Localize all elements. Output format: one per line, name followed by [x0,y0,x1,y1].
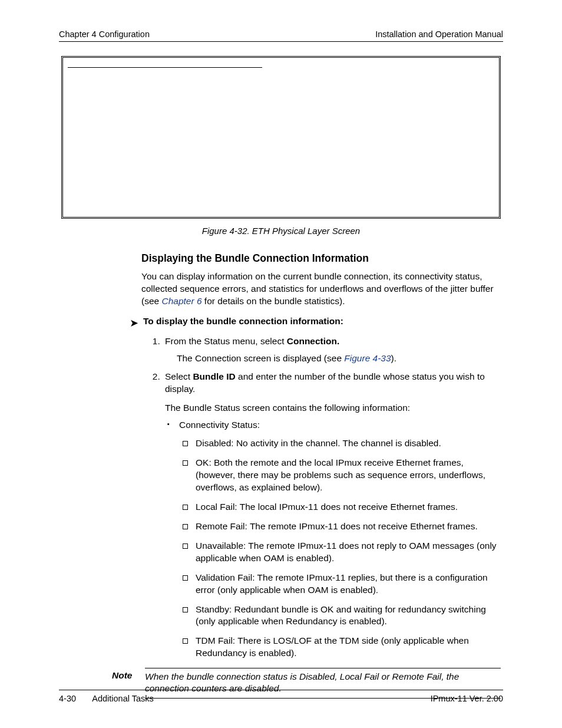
step1-text-b: Connection. [287,336,340,346]
procedure-steps: From the Status menu, select Connection.… [147,335,501,660]
figure-caption: Figure 4-32. ETH Physical Layer Screen [59,226,503,236]
section-block: Displaying the Bundle Connection Informa… [141,252,501,308]
status-unavailable: Unavailable: The remote IPmux-11 does no… [179,540,501,565]
step1-sub-a: The Connection screen is displayed (see [177,353,344,363]
step2-text-b: Bundle ID [193,371,235,381]
step2-text-a: Select [165,371,193,381]
chapter-link[interactable]: Chapter 6 [161,296,201,306]
section-heading: Displaying the Bundle Connection Informa… [141,252,501,265]
status-disabled: Disabled: No activity in the channel. Th… [179,437,501,450]
step1-sub: The Connection screen is displayed (see … [177,353,501,365]
intro-paragraph: You can display information on the curre… [141,271,501,308]
arrow-icon: ➤ [130,317,138,330]
procedure-heading-row: ➤ To display the bundle connection infor… [130,316,503,330]
page-number: 4-30 [59,694,76,703]
running-header: Chapter 4 Configuration Installation and… [59,29,503,42]
running-footer: 4-30 Additional Tasks IPmux-11 Ver. 2.00 [59,690,503,703]
step-1: From the Status menu, select Connection.… [163,335,501,365]
procedure-title: To display the bundle connection informa… [143,316,343,327]
status-remote-fail: Remote Fail: The remote IPmux-11 does no… [179,521,501,533]
header-left: Chapter 4 Configuration [59,29,150,39]
status-tdm-fail: TDM Fail: There is LOS/LOF at the TDM si… [179,635,501,660]
status-list: Disabled: No activity in the channel. Th… [179,437,501,660]
status-standby: Standby: Redundant bundle is OK and wait… [179,604,501,628]
step1-sub-b: ). [391,353,396,363]
footer-left: 4-30 Additional Tasks [59,694,154,703]
footer-section: Additional Tasks [92,694,154,703]
figure-placeholder [61,56,501,219]
status-validation-fail: Validation Fail: The remote IPmux-11 rep… [179,572,501,597]
header-right: Installation and Operation Manual [375,29,503,39]
step1-text-a: From the Status menu, select [165,336,287,346]
bullet-list: Connectivity Status: Disabled: No activi… [165,419,501,660]
status-local-fail: Local Fail: The local IPmux-11 does not … [179,501,501,513]
document-page: Chapter 4 Configuration Installation and… [0,0,562,728]
status-ok: OK: Both the remote and the local IPmux … [179,457,501,494]
intro-text-2: for details on the bundle statistics). [202,296,345,306]
step-2: Select Bundle ID and enter the number of… [163,371,501,660]
bullet-label: Connectivity Status: [179,420,260,430]
bullet-connectivity: Connectivity Status: Disabled: No activi… [165,419,501,660]
footer-right: IPmux-11 Ver. 2.00 [431,694,503,703]
figure-link[interactable]: Figure 4-33 [344,353,391,363]
figure-rule [68,67,262,68]
step2-sub: The Bundle Status screen contains the fo… [165,402,501,414]
